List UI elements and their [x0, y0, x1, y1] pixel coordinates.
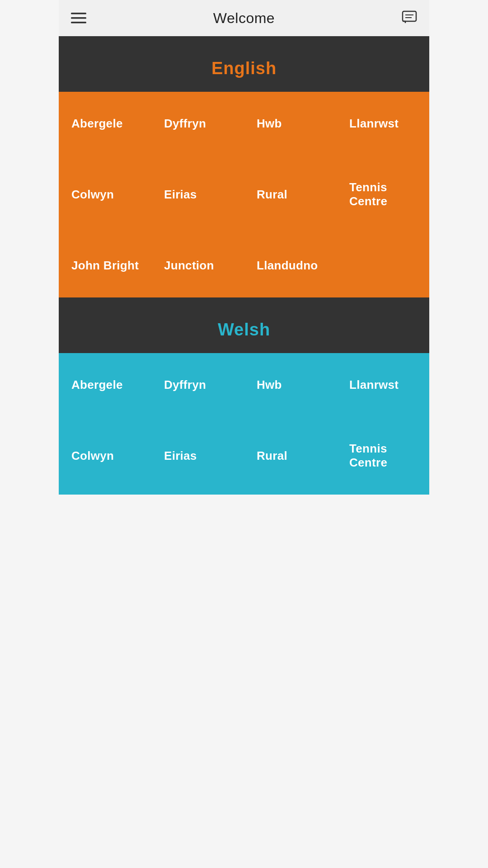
chat-icon[interactable]	[399, 8, 419, 28]
list-item[interactable]: Abergele	[59, 353, 151, 417]
svg-rect-1	[71, 17, 86, 19]
list-item[interactable]: Tennis Centre	[337, 156, 429, 233]
list-item[interactable]: Colwyn	[59, 417, 151, 495]
svg-rect-3	[403, 11, 416, 21]
svg-rect-0	[71, 13, 86, 14]
list-item[interactable]: Abergele	[59, 92, 151, 156]
list-item[interactable]: Hwb	[244, 92, 337, 156]
app-header: Welcome	[59, 0, 429, 36]
welsh-section-title: Welsh	[218, 320, 270, 339]
english-section-header: English	[59, 36, 429, 92]
list-item[interactable]: John Bright	[59, 234, 151, 297]
list-item-empty	[337, 234, 429, 297]
menu-icon[interactable]	[69, 8, 89, 28]
list-item[interactable]: Dyffryn	[151, 353, 244, 417]
list-item[interactable]: Llanrwst	[337, 353, 429, 417]
list-item[interactable]: Colwyn	[59, 156, 151, 233]
list-item[interactable]: Llanrwst	[337, 92, 429, 156]
list-item[interactable]: Dyffryn	[151, 92, 244, 156]
english-section: English Abergele Dyffryn Hwb Llanrwst Co…	[59, 36, 429, 297]
list-item[interactable]: Hwb	[244, 353, 337, 417]
welsh-section-header: Welsh	[59, 297, 429, 353]
list-item[interactable]: Rural	[244, 417, 337, 495]
welsh-grid: Abergele Dyffryn Hwb Llanrwst Colwyn Eir…	[59, 353, 429, 495]
list-item[interactable]: Tennis Centre	[337, 417, 429, 495]
list-item[interactable]: Eirias	[151, 156, 244, 233]
english-grid: Abergele Dyffryn Hwb Llanrwst Colwyn Eir…	[59, 92, 429, 297]
welsh-section: Welsh Abergele Dyffryn Hwb Llanrwst Colw…	[59, 297, 429, 495]
svg-rect-2	[71, 22, 86, 24]
list-item[interactable]: Rural	[244, 156, 337, 233]
english-section-title: English	[211, 59, 277, 78]
list-item[interactable]: Eirias	[151, 417, 244, 495]
page-title: Welcome	[213, 10, 275, 27]
list-item[interactable]: Llandudno	[244, 234, 337, 297]
list-item[interactable]: Junction	[151, 234, 244, 297]
